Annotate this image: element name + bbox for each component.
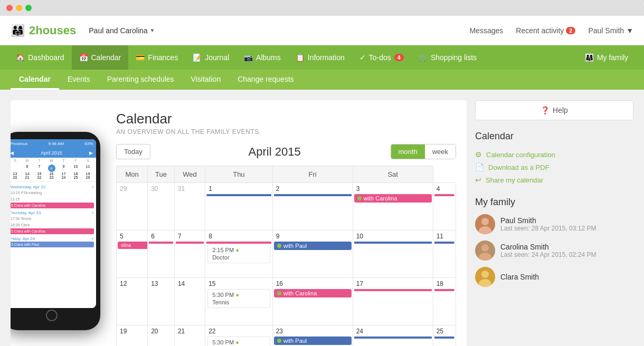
subnav-changerequests[interactable]: Change requests — [229, 70, 302, 90]
event-bar[interactable] — [354, 242, 432, 244]
event-bar-with-carolina-row3[interactable]: with Carolina — [274, 289, 352, 297]
event-bar[interactable] — [434, 289, 454, 291]
cal-day[interactable]: 6 — [148, 230, 175, 278]
phone-prev-arrow[interactable]: ◀ — [11, 150, 14, 156]
nav-myfamily[interactable]: 👨‍👩‍👧 My family — [577, 45, 636, 70]
recent-activity-link[interactable]: Recent activity 2 — [516, 26, 575, 35]
event-bar-with-paul-row4[interactable]: with Paul — [274, 337, 352, 345]
cal-day[interactable]: 14 — [174, 278, 205, 325]
cal-day[interactable]: 8 2:15 PM ● Doctor — [205, 230, 273, 278]
event-bar[interactable] — [434, 242, 454, 244]
myfamily-label: My family — [597, 53, 628, 62]
event-bar[interactable] — [354, 289, 432, 291]
cal-day[interactable]: 5 olina — [117, 230, 148, 278]
logo[interactable]: 👨‍👩‍👧 2houses — [11, 24, 76, 37]
calendar-config-link[interactable]: ⚙ Calendar configuration — [475, 148, 633, 161]
clara-info: Clara Smith — [500, 273, 539, 281]
todos-label: To-dos — [369, 53, 391, 62]
nav-albums[interactable]: 📷 Albums — [236, 45, 288, 70]
cal-day[interactable]: 19 — [117, 325, 148, 347]
messages-link[interactable]: Messages — [469, 26, 503, 35]
phone-next-arrow[interactable]: ▶ — [89, 150, 93, 156]
cal-day[interactable]: 11 — [433, 230, 456, 278]
help-icon: ❓ — [541, 106, 550, 114]
family-section: My family Paul Smith Last seen: 28 Apr 2… — [475, 197, 633, 287]
nav-finances[interactable]: 💳 Finances — [128, 45, 185, 70]
cal-day[interactable]: 25 — [433, 325, 456, 347]
event-bar-with-paul-row2[interactable]: with Paul — [274, 242, 352, 250]
cal-day[interactable]: 2 — [272, 183, 353, 230]
event-bar[interactable] — [354, 337, 432, 339]
phone-home-button[interactable] — [46, 310, 58, 321]
subnav-calendar[interactable]: Calendar — [11, 70, 59, 90]
cal-day[interactable]: 30 — [148, 183, 175, 230]
cal-day[interactable]: 10 — [353, 230, 433, 278]
cal-day[interactable]: 1 — [205, 183, 273, 230]
cal-day[interactable]: 16 with Carolina — [272, 278, 353, 325]
main-navigation: 🏠 Dashboard 📅 Calendar 💳 Finances 📝 Jour… — [0, 45, 644, 70]
event-bar[interactable] — [176, 242, 204, 244]
cal-day[interactable]: 9 with Paul — [272, 230, 353, 278]
event-bar[interactable] — [434, 337, 454, 339]
event-bar[interactable] — [274, 194, 352, 196]
cal-day[interactable]: 23 with Paul — [272, 325, 353, 347]
event-bar-with-carolina-row1[interactable]: with Carolina — [354, 194, 432, 203]
event-block-doctor[interactable]: 2:15 PM ● Doctor — [207, 244, 270, 263]
user-dropdown-arrow: ▼ — [626, 26, 633, 35]
subnav-events[interactable]: Events — [59, 70, 99, 90]
cal-day[interactable]: 4 — [433, 183, 456, 230]
cal-day[interactable]: 21 — [174, 325, 205, 347]
cal-day[interactable]: 12 — [117, 278, 148, 325]
subnav-parenting[interactable]: Parenting schedules — [99, 70, 183, 90]
cal-day[interactable]: 3 with Carolina — [353, 183, 433, 230]
logo-text: 2houses — [29, 24, 76, 37]
share-calendar-link[interactable]: ↩ Share my calendar — [475, 174, 633, 186]
nav-calendar[interactable]: 📅 Calendar — [72, 45, 129, 70]
event-bar[interactable] — [434, 194, 454, 196]
event-bar[interactable]: olina — [118, 242, 147, 249]
cal-day[interactable]: 22 5:30 PM ● Tennis — [205, 325, 273, 347]
minimize-btn[interactable] — [16, 5, 22, 11]
subnav-changerequests-label: Change requests — [238, 75, 294, 83]
nav-journal[interactable]: 📝 Journal — [185, 45, 236, 70]
event-block-tennis[interactable]: 5:30 PM ● Tennis — [207, 289, 270, 308]
cal-day[interactable]: 31 — [174, 183, 205, 230]
share-icon: ↩ — [475, 176, 481, 184]
event-bar[interactable] — [149, 242, 173, 244]
calendar-main: Proximus 9:46 AM 93% ◀ April 2015 ▶ — [11, 100, 467, 346]
event-bar[interactable] — [206, 194, 271, 196]
today-button[interactable]: Today — [116, 144, 150, 159]
cal-day[interactable]: 24 — [353, 325, 433, 347]
cal-day[interactable]: 18 — [433, 278, 456, 325]
nav-shopping[interactable]: 🛒 Shopping lists — [411, 45, 484, 70]
col-tue: Tue — [148, 166, 175, 183]
event-bar[interactable] — [206, 242, 271, 244]
cal-day[interactable]: 20 — [148, 325, 175, 347]
family-selector[interactable]: Paul and Carolina ▼ — [89, 26, 155, 35]
nav-information[interactable]: 📋 Information — [288, 45, 352, 70]
app-window: 👨‍👩‍👧 2houses Paul and Carolina ▼ Messag… — [0, 0, 644, 346]
week-view-button[interactable]: week — [425, 145, 456, 159]
user-menu[interactable]: Paul Smith ▼ — [588, 26, 633, 35]
cal-day[interactable]: 15 5:30 PM ● Tennis — [205, 278, 273, 325]
todos-icon: ✓ — [359, 53, 366, 62]
cal-day[interactable]: 29 — [117, 183, 148, 230]
nav-dashboard[interactable]: 🏠 Dashboard — [8, 45, 72, 70]
table-row: 29 30 31 1 2 3 — [117, 183, 456, 230]
cal-day[interactable]: 7 — [174, 230, 205, 278]
todos-badge: 4 — [394, 54, 404, 61]
month-view-button[interactable]: month — [391, 145, 425, 159]
phone-day-label-1: Wednesday, Apr 22 + — [11, 183, 94, 190]
table-row: 19 20 21 22 5:30 PM ● — [117, 325, 456, 347]
cal-day[interactable]: 13 — [148, 278, 175, 325]
help-button[interactable]: ❓ Help — [475, 100, 633, 120]
cal-day[interactable]: 17 — [353, 278, 433, 325]
share-calendar-label: Share my calendar — [486, 176, 543, 184]
maximize-btn[interactable] — [25, 5, 32, 11]
albums-icon: 📷 — [244, 53, 253, 62]
event-block-tennis-2[interactable]: 5:30 PM ● Tennis — [207, 337, 270, 346]
nav-todos[interactable]: ✓ To-dos 4 — [352, 45, 411, 70]
subnav-visitation[interactable]: Visitation — [183, 70, 230, 90]
close-btn[interactable] — [6, 5, 13, 11]
download-pdf-link[interactable]: 📄 Download as a PDF — [475, 161, 633, 174]
